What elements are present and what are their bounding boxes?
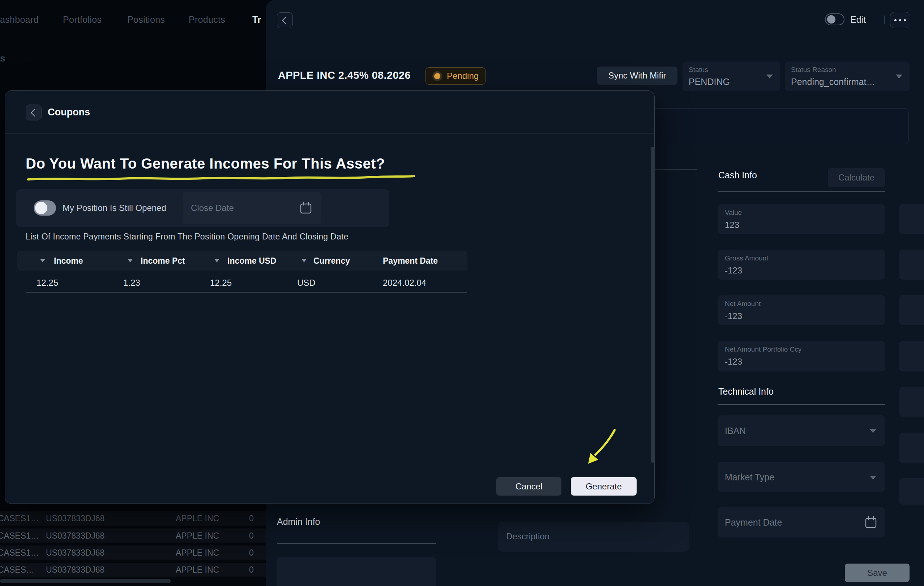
- nav-item-dashboard[interactable]: ashboard: [0, 15, 39, 25]
- table-row[interactable]: CASES… US037833DJ68 APPLE INC 0: [0, 563, 266, 577]
- background-field[interactable]: [899, 433, 924, 463]
- technical-info-divider: [718, 404, 885, 405]
- cell-case-id: CASES1…: [0, 514, 39, 523]
- row-divider: [26, 292, 467, 293]
- iban-placeholder: IBAN: [725, 425, 746, 436]
- income-list-caption: List Of Income Payments Starting From Th…: [26, 232, 348, 242]
- toggle-knob: [35, 202, 47, 214]
- cell-isin: US037833DJ68: [46, 565, 104, 575]
- field-label: Net Amount: [725, 300, 761, 308]
- more-options-button[interactable]: [890, 12, 910, 28]
- generate-button[interactable]: Generate: [571, 477, 637, 496]
- cell-isin: US037833DJ68: [46, 531, 104, 540]
- background-field[interactable]: [899, 341, 924, 371]
- cell-issuer: APPLE INC: [176, 548, 219, 558]
- gross-amount-field[interactable]: Gross Amount -123: [718, 250, 885, 280]
- cell-payment-date: 2024.02.04: [383, 278, 426, 288]
- description-textarea[interactable]: Description: [498, 522, 689, 552]
- chevron-down-icon: [870, 429, 876, 433]
- admin-input-field[interactable]: [277, 557, 436, 586]
- status-reason-label: Status Reason: [791, 66, 836, 74]
- horizontal-scrollbar[interactable]: [0, 579, 171, 583]
- cancel-button[interactable]: Cancel: [496, 477, 561, 496]
- status-reason-value: Pending_confirmat…: [791, 77, 875, 87]
- column-header-payment-date[interactable]: Payment Date: [383, 256, 438, 266]
- field-value: -123: [725, 311, 742, 321]
- modal-back-button[interactable]: [26, 104, 41, 121]
- close-date-field[interactable]: Close Date: [183, 192, 322, 224]
- ellipsis-icon: [890, 12, 910, 28]
- nav-item-portfolios[interactable]: Portfolios: [63, 15, 102, 25]
- nav-item-positions[interactable]: Positions: [127, 15, 165, 25]
- income-table-row[interactable]: 12.25 1.23 12.25 USD 2024.02.04: [5, 278, 655, 292]
- net-amount-field[interactable]: Net Amount -123: [718, 295, 885, 325]
- background-field[interactable]: [899, 387, 924, 417]
- status-dot-icon: [432, 71, 442, 81]
- position-open-toggle[interactable]: [34, 200, 56, 215]
- cell-isin: US037833DJ68: [46, 514, 104, 523]
- table-row[interactable]: CASES1… US037833DJ68 APPLE INC 0: [0, 545, 266, 560]
- chevron-left-icon: [30, 109, 38, 116]
- vertical-scrollbar[interactable]: [651, 147, 655, 463]
- table-row[interactable]: CASES1… US037833DJ68 APPLE INC 0: [0, 511, 266, 526]
- calculate-button[interactable]: Calculate: [828, 168, 885, 187]
- calendar-icon: [865, 516, 877, 529]
- cell-currency: USD: [297, 278, 315, 288]
- column-header-currency[interactable]: Currency: [314, 256, 350, 266]
- column-header-income[interactable]: Income: [54, 256, 83, 266]
- column-header-income-usd[interactable]: Income USD: [228, 256, 276, 266]
- cash-info-divider: [718, 191, 885, 192]
- field-value: 123: [725, 220, 739, 230]
- app-root: ashboard Portfolios Positions Products T…: [0, 0, 924, 586]
- income-table-header: Income Income Pct Income USD Currency Pa…: [17, 251, 467, 271]
- nav-item-trades[interactable]: Tr: [252, 15, 261, 25]
- background-field[interactable]: [899, 204, 924, 234]
- coupons-modal: Coupons Do You Want To Generate Incomes …: [5, 90, 655, 504]
- cell-case-id: CASES…: [0, 565, 34, 575]
- status-select[interactable]: Status PENDING: [683, 61, 780, 91]
- field-label: Value: [725, 209, 742, 217]
- modal-heading: Do You Want To Generate Incomes For This…: [26, 156, 385, 172]
- table-row[interactable]: CASES1… US037833DJ68 APPLE INC 0: [0, 528, 266, 543]
- background-field[interactable]: [899, 295, 924, 325]
- status-badge-label: Pending: [447, 71, 478, 81]
- background-field[interactable]: [899, 478, 924, 505]
- market-type-select[interactable]: Market Type: [718, 462, 885, 492]
- chevron-down-icon: [896, 74, 902, 78]
- toggle-knob: [827, 15, 835, 23]
- back-button[interactable]: [277, 12, 293, 28]
- cell-case-id: CASES1…: [0, 548, 39, 558]
- sort-icon[interactable]: [214, 259, 219, 262]
- save-button[interactable]: Save: [845, 564, 909, 582]
- cell-isin: US037833DJ68: [46, 548, 104, 558]
- field-value: -123: [725, 357, 742, 367]
- value-field[interactable]: Value 123: [718, 204, 885, 234]
- sort-icon[interactable]: [302, 259, 307, 262]
- nav-item-products[interactable]: Products: [189, 15, 225, 25]
- cell-issuer: APPLE INC: [176, 531, 219, 540]
- status-reason-select[interactable]: Status Reason Pending_confirmat…: [785, 61, 909, 91]
- position-options-row: My Position Is Still Opened Close Date: [16, 189, 389, 227]
- cell-qty: 0: [249, 548, 254, 558]
- cell-qty: 0: [249, 514, 254, 523]
- cell-income: 12.25: [36, 278, 58, 288]
- clipped-background-text: s: [0, 53, 5, 64]
- background-field[interactable]: [899, 250, 924, 280]
- column-header-income-pct[interactable]: Income Pct: [140, 256, 185, 266]
- sort-icon[interactable]: [128, 259, 133, 262]
- sync-with-mifir-button[interactable]: Sync With Mifir: [597, 66, 677, 84]
- net-amount-portfolio-ccy-field[interactable]: Net Amount Portfolio Ccy -123: [718, 341, 885, 371]
- close-date-placeholder: Close Date: [191, 203, 234, 213]
- field-label: Net Amount Portfolio Ccy: [725, 346, 802, 353]
- modal-title: Coupons: [48, 107, 90, 118]
- cell-qty: 0: [249, 531, 254, 540]
- calendar-icon: [300, 202, 312, 215]
- status-select-value: PENDING: [689, 77, 730, 87]
- iban-select[interactable]: IBAN: [718, 415, 885, 446]
- cell-qty: 0: [249, 565, 254, 575]
- cell-issuer: APPLE INC: [176, 514, 219, 523]
- sort-icon[interactable]: [40, 259, 45, 262]
- edit-toggle[interactable]: [825, 13, 845, 25]
- edit-toggle-label: Edit: [850, 15, 866, 25]
- payment-date-field[interactable]: Payment Date: [718, 507, 885, 538]
